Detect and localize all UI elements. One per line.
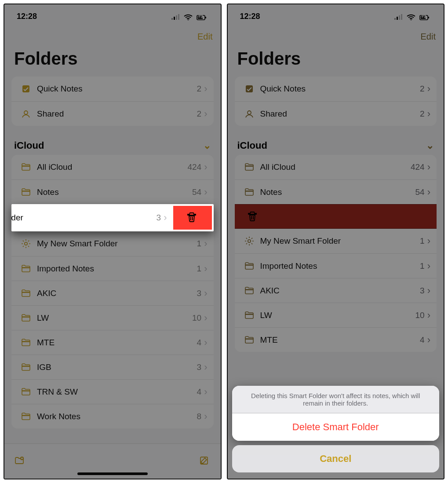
folder-count: 3 bbox=[197, 289, 204, 298]
quick-notes-icon bbox=[242, 84, 257, 94]
folder-label: pen Folder bbox=[11, 213, 157, 223]
signal-icon bbox=[393, 13, 402, 20]
folder-count: 54 bbox=[415, 187, 427, 197]
folder-row-shared: Shared 2 › bbox=[235, 101, 437, 126]
folder-row: MTE 4 › bbox=[235, 327, 437, 352]
chevron-right-icon: › bbox=[427, 311, 430, 320]
folder-count: 1 bbox=[197, 264, 204, 274]
folder-count: 1 bbox=[197, 239, 204, 249]
icloud-section-header[interactable]: iCloud ⌄ bbox=[4, 134, 221, 155]
folder-count: 2 bbox=[420, 109, 427, 119]
chevron-right-icon: › bbox=[427, 261, 430, 271]
folder-row[interactable]: MTE 4 › bbox=[11, 330, 214, 355]
chevron-right-icon: › bbox=[427, 236, 430, 246]
action-sheet: Deleting this Smart Folder won't affect … bbox=[228, 382, 444, 479]
folder-label: Imported Notes bbox=[33, 264, 197, 274]
folder-label: Work Notes bbox=[33, 412, 197, 421]
chevron-right-icon: › bbox=[204, 109, 207, 119]
folder-count: 8 bbox=[197, 412, 204, 421]
folder-row-quick-notes[interactable]: Quick Notes 2 › bbox=[11, 77, 214, 101]
chevron-right-icon: › bbox=[204, 387, 207, 397]
folder-row: AKIC 3 › bbox=[235, 278, 437, 303]
battery-level: 73 bbox=[421, 14, 426, 19]
folder-row-shared[interactable]: Shared 2 › bbox=[11, 101, 214, 126]
deleting-row bbox=[235, 204, 437, 229]
folder-row-quick-notes: Quick Notes 2 › bbox=[235, 77, 437, 101]
folder-count: 1 bbox=[420, 261, 427, 271]
gear-icon bbox=[18, 238, 33, 249]
folder-row: My New Smart Folder 1 › bbox=[235, 229, 437, 253]
folder-label: All iCloud bbox=[257, 162, 411, 172]
folder-row[interactable]: My New Smart Folder 1 › bbox=[11, 231, 214, 256]
cancel-button[interactable]: Cancel bbox=[232, 445, 440, 472]
new-folder-button[interactable] bbox=[14, 455, 27, 468]
folder-row: Imported Notes 1 › bbox=[235, 253, 437, 278]
folder-icon bbox=[242, 310, 257, 321]
folder-count: 54 bbox=[192, 187, 204, 197]
folder-icon bbox=[18, 162, 33, 172]
folder-label: Quick Notes bbox=[257, 84, 420, 94]
chevron-right-icon: › bbox=[427, 109, 430, 119]
folder-label: LW bbox=[33, 313, 192, 323]
folder-icon bbox=[242, 261, 257, 271]
icloud-section-header: iCloud ⌄ bbox=[228, 134, 444, 155]
folder-label: MTE bbox=[257, 335, 420, 345]
chevron-right-icon: › bbox=[204, 412, 207, 421]
folder-count: 2 bbox=[197, 109, 204, 119]
folder-icon bbox=[242, 162, 257, 172]
folder-row[interactable]: AKIC 3 › bbox=[11, 281, 214, 305]
chevron-right-icon: › bbox=[204, 313, 207, 323]
folder-label: Shared bbox=[33, 109, 197, 119]
battery-level: 73 bbox=[198, 14, 203, 19]
system-folders-group: Quick Notes 2 › Shared 2 › bbox=[235, 77, 437, 126]
folder-count: 4 bbox=[197, 387, 204, 397]
signal-icon bbox=[171, 13, 179, 20]
trash-icon bbox=[186, 212, 199, 224]
chevron-right-icon: › bbox=[204, 264, 207, 274]
folder-label: Imported Notes bbox=[257, 261, 420, 271]
folder-label: Notes bbox=[33, 187, 192, 197]
chevron-right-icon: › bbox=[427, 286, 430, 296]
folder-row: All iCloud 424 › bbox=[235, 155, 437, 179]
edit-button[interactable]: Edit bbox=[197, 32, 212, 42]
folder-row: Notes 54 › bbox=[235, 179, 437, 204]
folder-row[interactable]: IGB 3 › bbox=[11, 355, 214, 379]
folder-label: Shared bbox=[257, 109, 420, 119]
folder-row[interactable]: Notes 54 › bbox=[11, 179, 214, 204]
folder-count: 2 bbox=[197, 84, 204, 94]
chevron-right-icon: › bbox=[204, 362, 207, 372]
page-title: Folders bbox=[228, 42, 444, 77]
chevron-right-icon: › bbox=[204, 289, 207, 298]
folder-row[interactable]: Imported Notes 1 › bbox=[11, 256, 214, 281]
folder-row[interactable]: All iCloud 424 › bbox=[11, 155, 214, 179]
folder-count: 1 bbox=[420, 236, 427, 246]
folder-count: 3 bbox=[420, 286, 427, 296]
section-title: iCloud bbox=[237, 140, 267, 151]
chevron-right-icon: › bbox=[427, 187, 430, 197]
chevron-right-icon: › bbox=[204, 239, 207, 249]
folder-label: TRN & SW bbox=[33, 387, 197, 397]
folder-icon bbox=[18, 288, 33, 299]
compose-button[interactable] bbox=[199, 455, 211, 468]
folder-label: Notes bbox=[257, 187, 415, 197]
chevron-right-icon: › bbox=[427, 335, 430, 345]
folder-row-swiped[interactable]: pen Folder 3 › bbox=[11, 204, 171, 231]
folder-label: All iCloud bbox=[33, 162, 187, 172]
page-title: Folders bbox=[4, 42, 221, 77]
section-title: iCloud bbox=[14, 140, 44, 151]
system-folders-group: Quick Notes 2 › Shared 2 › bbox=[11, 77, 214, 126]
folder-icon bbox=[18, 313, 33, 323]
edit-button: Edit bbox=[421, 32, 436, 42]
delete-smart-folder-button[interactable]: Delete Smart Folder bbox=[232, 413, 440, 441]
folder-row[interactable]: Work Notes 8 › bbox=[11, 404, 214, 428]
status-bar: 12:28 73 bbox=[4, 4, 221, 28]
folder-row[interactable]: LW 10 › bbox=[11, 305, 214, 330]
chevron-right-icon: › bbox=[204, 84, 207, 94]
folder-count: 10 bbox=[415, 311, 427, 320]
trash-icon bbox=[247, 211, 259, 222]
delete-swipe-button[interactable] bbox=[173, 206, 212, 230]
home-indicator[interactable] bbox=[77, 472, 148, 475]
folder-row[interactable]: TRN & SW 4 › bbox=[11, 379, 214, 404]
folder-icon bbox=[242, 335, 257, 345]
swiped-row: pen Folder 3 › bbox=[11, 204, 214, 231]
